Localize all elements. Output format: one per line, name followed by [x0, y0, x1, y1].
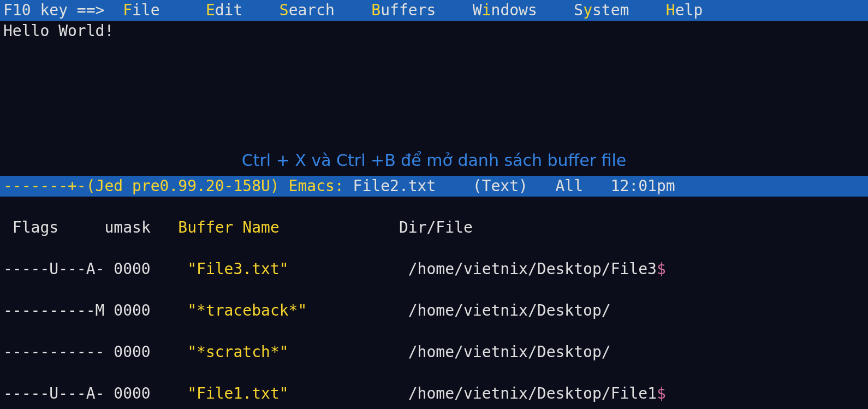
menu-f10-hint: F10 key ==>: [3, 1, 123, 19]
menu-windows[interactable]: Windows: [473, 1, 537, 19]
menu-file[interactable]: File: [123, 1, 159, 19]
menu-system[interactable]: System: [574, 1, 629, 19]
menu-edit[interactable]: Edit: [206, 1, 242, 19]
buffer-list-row[interactable]: -----U---A- 0000 "File3.txt" /home/vietn…: [3, 259, 868, 280]
menu-bar: F10 key ==> File Edit Search Buffers Win…: [0, 0, 868, 21]
hotkey-y: y: [583, 1, 592, 19]
mode-line-top: -------+-(Jed pre0.99.20-158U) Emacs: Fi…: [0, 176, 868, 197]
hotkey-h: H: [666, 1, 675, 19]
editor-pane[interactable]: Hello World!: [0, 21, 868, 145]
buffer-name: "*traceback*": [187, 301, 307, 319]
hotkey-f: F: [123, 1, 132, 19]
truncation-icon: $: [657, 384, 666, 402]
menu-help[interactable]: Help: [666, 1, 703, 19]
hotkey-s: S: [280, 1, 289, 19]
buffer-list-row[interactable]: -----U---A- 0000 "File1.txt" /home/vietn…: [3, 383, 868, 404]
buffer-name: "File3.txt": [187, 260, 288, 278]
buffer-list-header: Flags umask Buffer Name Dir/File: [3, 217, 868, 238]
buffer-name: "File1.txt": [187, 384, 288, 402]
buffer-list-pane[interactable]: Flags umask Buffer Name Dir/File -----U-…: [0, 197, 868, 409]
annotation-caption: Ctrl + X và Ctrl +B để mở danh sách buff…: [0, 145, 868, 176]
buffer-list-row[interactable]: ----------- 0000 "*scratch*" /home/vietn…: [3, 342, 868, 363]
hotkey-i: i: [482, 1, 491, 19]
menu-search[interactable]: Search: [280, 1, 335, 19]
buffer-name: "*scratch*": [187, 343, 288, 361]
hotkey-b: B: [371, 1, 381, 19]
truncation-icon: $: [657, 260, 666, 278]
mode-line-time: 12:01pm: [611, 177, 675, 195]
editor-content: Hello World!: [3, 22, 114, 40]
buffer-list-row[interactable]: ----------M 0000 "*traceback*" /home/vie…: [3, 300, 868, 321]
menu-buffers[interactable]: Buffers: [371, 1, 436, 19]
hotkey-e: E: [206, 1, 215, 19]
mode-line-filename: File2.txt: [353, 177, 436, 195]
